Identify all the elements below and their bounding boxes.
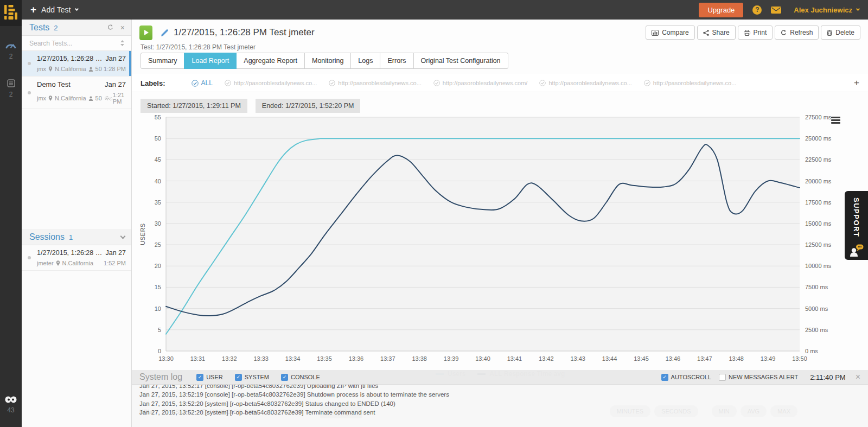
tab-monitoring[interactable]: Monitoring xyxy=(304,53,351,69)
svg-text:13:37: 13:37 xyxy=(380,355,395,362)
autoscroll-toggle[interactable]: ✓ AUTOSCROLL xyxy=(661,374,711,381)
filter-system[interactable]: ✓ SYSTEM xyxy=(235,374,269,381)
tab-logs[interactable]: Logs xyxy=(350,53,380,69)
label-item[interactable]: http://pasoroblesdailynews.co... xyxy=(225,80,317,86)
log-lines: Jan 27, 2015, 13:52:17 [console] [r-op-b… xyxy=(132,385,868,417)
tests-panel-header: Tests 2 × xyxy=(22,20,131,36)
checkbox-checked-icon[interactable]: ✓ xyxy=(235,374,242,381)
chart-menu-icon[interactable] xyxy=(831,117,840,125)
svg-text:13:39: 13:39 xyxy=(444,355,459,362)
sort-icon[interactable] xyxy=(120,40,125,46)
test-date: Jan 27 xyxy=(105,80,126,88)
log-line: Jan 27, 2015, 13:52:20 [system] [r-op-be… xyxy=(139,399,868,408)
tab-load-report[interactable]: Load Report xyxy=(184,53,237,69)
label-item[interactable]: http://pasoroblesdailynews.com/ xyxy=(433,80,528,86)
play-icon xyxy=(144,30,149,35)
status-dot xyxy=(28,91,31,94)
labels-caption: Labels: xyxy=(141,79,165,87)
label-item[interactable]: http://pasoroblesdailynews.co... xyxy=(329,80,421,86)
session-date: Jan 27 xyxy=(105,249,126,257)
delete-button[interactable]: Delete xyxy=(821,26,860,40)
check-circle-icon xyxy=(192,80,199,87)
test-list-item[interactable]: 1/27/2015, 1:26:28 PM Te... Jan 27 jmx N… xyxy=(22,51,131,77)
checkbox-checked-icon[interactable]: ✓ xyxy=(196,374,203,381)
help-icon[interactable]: ? xyxy=(752,5,762,15)
users-icon xyxy=(88,96,93,101)
svg-text:13:47: 13:47 xyxy=(697,355,712,362)
sessions-panel-header: Sessions 1 xyxy=(22,229,131,245)
session-list-item[interactable]: 1/27/2015, 1:26:28 PM Te... Jan 27 jmete… xyxy=(22,245,131,271)
rail-tests-item[interactable]: 2 xyxy=(0,41,22,60)
close-icon[interactable]: × xyxy=(120,24,125,31)
checkbox-checked-icon[interactable]: ✓ xyxy=(661,374,668,381)
new-messages-alert-toggle[interactable]: NEW MESSAGES ALERT xyxy=(719,374,798,381)
session-type: jmeter xyxy=(37,260,54,266)
rail-watch-count: 43 xyxy=(0,406,22,414)
svg-text:20: 20 xyxy=(155,263,161,269)
test-time: 1:21 PM xyxy=(113,92,126,105)
svg-text:35: 35 xyxy=(155,199,161,206)
edit-pencil-icon[interactable] xyxy=(161,29,169,37)
label-all-text: ALL xyxy=(201,79,213,87)
print-button[interactable]: Print xyxy=(738,26,773,40)
app-logo[interactable] xyxy=(0,0,22,26)
system-log-panel: System log ✓ USER ✓ SYSTEM ✓ CONSOLE ✓ A… xyxy=(132,370,868,427)
sessions-list-icon xyxy=(7,80,15,89)
rail-watch-item[interactable]: 43 xyxy=(0,396,22,414)
mail-icon[interactable] xyxy=(771,7,781,14)
top-bar: + Add Test Upgrade ? Alex Juchniewicz xyxy=(0,0,868,20)
location-pin-icon xyxy=(56,260,60,266)
system-log-body: KPIs: USERS RESPONSE TIME ERRORS Apply M… xyxy=(132,385,868,427)
plus-icon: + xyxy=(30,4,36,16)
log-line: Jan 27, 2015, 13:52:20 [system] [r-op-be… xyxy=(139,408,868,417)
label-item[interactable]: http://pasoroblesdailynews.co... xyxy=(539,80,631,86)
test-title: Demo Test xyxy=(37,80,71,88)
test-location: N.California xyxy=(55,66,86,72)
svg-text:13:30: 13:30 xyxy=(158,355,174,362)
tab-errors[interactable]: Errors xyxy=(380,53,413,69)
svg-text:USERS: USERS xyxy=(139,223,146,245)
svg-text:25000 ms: 25000 ms xyxy=(805,135,832,142)
checkbox-checked-icon[interactable]: ✓ xyxy=(281,374,288,381)
tab-original-test-configuration[interactable]: Original Test Configuration xyxy=(413,53,508,69)
refresh-button[interactable]: Refresh xyxy=(775,26,819,40)
chevron-down-icon xyxy=(856,7,860,10)
svg-text:13:36: 13:36 xyxy=(349,355,364,362)
status-dot xyxy=(28,62,31,65)
svg-text:13:34: 13:34 xyxy=(285,355,301,362)
refresh-icon xyxy=(781,30,787,36)
support-tab[interactable]: SUPPORT xyxy=(845,191,868,260)
close-icon[interactable]: × xyxy=(856,372,860,382)
play-button[interactable] xyxy=(139,26,152,40)
sessions-count-badge: 1 xyxy=(69,233,73,241)
tab-summary[interactable]: Summary xyxy=(141,53,184,69)
label-all[interactable]: ALL xyxy=(192,79,213,87)
refresh-icon[interactable] xyxy=(107,24,113,30)
chevron-down-icon xyxy=(75,7,79,10)
tab-aggregate-report[interactable]: Aggregate Report xyxy=(236,53,305,69)
compare-button[interactable]: Compare xyxy=(646,26,694,40)
test-type: jmx xyxy=(37,95,46,101)
share-button[interactable]: Share xyxy=(697,26,736,40)
user-menu[interactable]: Alex Juchniewicz xyxy=(794,6,859,14)
add-test-button[interactable]: + Add Test xyxy=(30,0,78,20)
svg-text:27500 ms: 27500 ms xyxy=(805,114,832,120)
filter-user[interactable]: ✓ USER xyxy=(196,374,223,381)
eyes-icon xyxy=(5,396,17,405)
label-item[interactable]: http://pasoroblesdailynews.co... xyxy=(644,80,736,86)
rail-sessions-item[interactable]: 2 xyxy=(0,79,22,98)
load-report-chart: 05101520253035404550550 ms2500 ms5000 ms… xyxy=(132,114,868,374)
svg-text:30: 30 xyxy=(155,220,161,227)
chevron-down-icon[interactable] xyxy=(120,234,126,239)
upgrade-button[interactable]: Upgrade xyxy=(699,3,743,17)
svg-text:5: 5 xyxy=(158,327,161,333)
checkbox-unchecked-icon[interactable] xyxy=(719,374,726,381)
compare-label: Compare xyxy=(662,29,688,36)
add-label-button[interactable]: + xyxy=(854,78,859,88)
svg-text:13:48: 13:48 xyxy=(729,355,744,362)
test-list-item[interactable]: Demo Test Jan 27 jmx N.California 50 1:2… xyxy=(22,77,131,109)
search-tests-input[interactable] xyxy=(29,40,120,47)
chart-canvas: 05101520253035404550550 ms2500 ms5000 ms… xyxy=(132,114,868,369)
filter-console[interactable]: ✓ CONSOLE xyxy=(281,374,320,381)
svg-text:15: 15 xyxy=(155,284,161,290)
